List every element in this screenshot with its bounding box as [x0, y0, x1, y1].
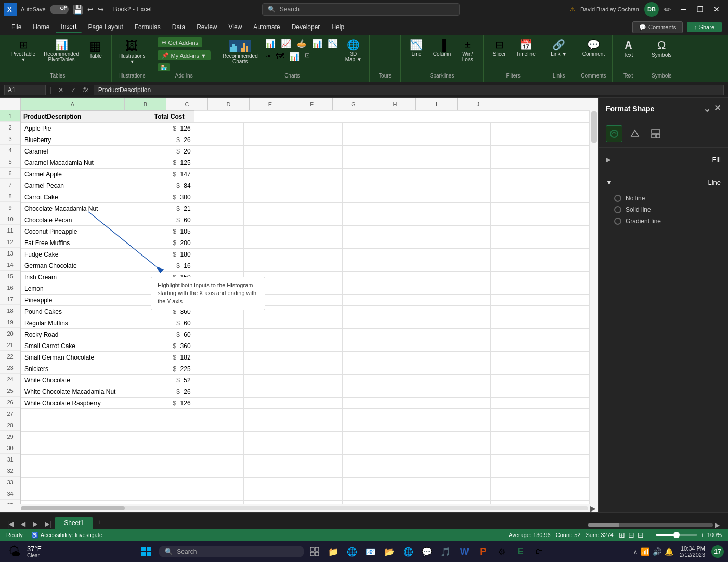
empty-cell[interactable]	[441, 203, 490, 214]
h-scroll-bar[interactable]	[588, 523, 713, 527]
3d-map-button[interactable]: 🌐 3DMap ▼	[342, 37, 365, 65]
empty-cell[interactable]	[293, 272, 342, 283]
row-num-14[interactable]: 14	[0, 259, 20, 271]
empty-cell[interactable]	[194, 260, 243, 272]
empty-cell[interactable]	[392, 226, 441, 237]
empty-cell[interactable]	[441, 226, 490, 237]
cell-cost[interactable]: $ 60	[145, 329, 194, 340]
empty-cell[interactable]	[194, 409, 243, 420]
empty-cell[interactable]	[392, 432, 441, 443]
empty-cell[interactable]	[293, 317, 342, 329]
add-sheet-button[interactable]: +	[94, 516, 106, 529]
empty-cell[interactable]	[293, 443, 342, 455]
column-chart-button[interactable]: 📊	[263, 37, 278, 49]
show-hidden-icons-button[interactable]: ∧	[633, 548, 638, 555]
empty-cell[interactable]	[243, 386, 293, 398]
empty-cell[interactable]	[293, 180, 342, 191]
empty-cell[interactable]	[293, 455, 342, 466]
empty-cell[interactable]	[145, 409, 194, 420]
empty-cell[interactable]	[392, 157, 441, 169]
empty-cell[interactable]	[490, 409, 540, 420]
cell-cost[interactable]: $ 16	[145, 260, 194, 272]
formula-input[interactable]: ProductDescription	[94, 85, 724, 95]
pivot-table-button[interactable]: ⊞ PivotTable▼	[8, 37, 38, 65]
empty-cell[interactable]	[342, 134, 392, 146]
row-num-31[interactable]: 31	[0, 454, 20, 465]
menu-insert[interactable]: Insert	[56, 21, 82, 33]
empty-cell[interactable]	[342, 443, 392, 455]
empty-cell[interactable]	[540, 260, 589, 272]
empty-cell[interactable]	[342, 306, 392, 317]
gradient-line-option[interactable]: Gradient line	[614, 215, 721, 227]
empty-cell[interactable]	[342, 283, 392, 295]
empty-cell[interactable]	[540, 146, 589, 157]
empty-cell[interactable]	[490, 306, 540, 317]
browser-icon[interactable]: 🌐	[400, 543, 417, 560]
gradient-line-radio[interactable]	[614, 218, 621, 225]
row-num-28[interactable]: 28	[0, 419, 20, 431]
notification-badge[interactable]: 17	[711, 545, 724, 558]
cell-cost[interactable]: $ 126	[145, 123, 194, 134]
row-num-35[interactable]: 35	[0, 500, 20, 504]
row-num-16[interactable]: 16	[0, 282, 20, 293]
link-button[interactable]: 🔗 Link ▼	[548, 37, 570, 59]
empty-cell[interactable]	[194, 466, 243, 478]
empty-cell[interactable]	[293, 169, 342, 180]
empty-cell[interactable]	[243, 432, 293, 443]
empty-cell[interactable]	[293, 249, 342, 260]
col-header-g[interactable]: G	[333, 98, 374, 110]
empty-cell[interactable]	[293, 226, 342, 237]
empty-cell[interactable]	[540, 157, 589, 169]
cell-cost[interactable]: $ 21	[145, 203, 194, 214]
cell-product[interactable]: Caramel	[21, 146, 145, 157]
scroll-end-button[interactable]: ▶	[715, 521, 720, 529]
menu-formulas[interactable]: Formulas	[129, 21, 166, 33]
share-button[interactable]: ↑ Share	[687, 22, 722, 32]
row-num-8[interactable]: 8	[0, 190, 20, 202]
expand-charts-button[interactable]: ⊡	[303, 50, 312, 62]
name-box[interactable]	[4, 85, 46, 95]
menu-help[interactable]: Help	[326, 21, 349, 33]
edit-icon[interactable]: ✏	[664, 5, 671, 15]
empty-cell[interactable]	[194, 249, 243, 260]
empty-cell[interactable]	[392, 363, 441, 375]
empty-cell[interactable]	[392, 455, 441, 466]
empty-cell[interactable]	[540, 489, 589, 501]
cell-product[interactable]: Chocolate Macadamia Nut	[21, 203, 145, 214]
cell-product[interactable]: Small Carrot Cake	[21, 340, 145, 352]
volume-icon[interactable]: 🔊	[653, 547, 661, 556]
empty-cell[interactable]	[540, 169, 589, 180]
user-avatar[interactable]: DB	[644, 2, 659, 17]
empty-cell[interactable]	[293, 237, 342, 249]
empty-cell[interactable]	[342, 352, 392, 363]
empty-cell[interactable]	[490, 340, 540, 352]
cell-product[interactable]: White Chocolate Raspberry	[21, 398, 145, 409]
col-header-j[interactable]: J	[458, 98, 499, 110]
empty-cell[interactable]	[490, 317, 540, 329]
empty-cell[interactable]	[441, 272, 490, 283]
empty-cell[interactable]	[194, 398, 243, 409]
row-num-2[interactable]: 2	[0, 122, 20, 133]
pivot-chart-button[interactable]: 📊	[287, 50, 302, 62]
empty-cell[interactable]	[342, 420, 392, 432]
scroll-thumb[interactable]	[591, 111, 597, 143]
empty-cell[interactable]	[441, 237, 490, 249]
empty-cell[interactable]	[392, 420, 441, 432]
area-chart-button[interactable]: 📉	[326, 37, 340, 49]
get-addins-button[interactable]: ⊕ Get Add-ins	[158, 37, 202, 47]
empty-cell[interactable]	[342, 466, 392, 478]
cell-cost[interactable]: $ 147	[145, 169, 194, 180]
cell-product[interactable]: Pound Cakes	[21, 306, 145, 317]
empty-cell[interactable]	[441, 340, 490, 352]
cell-cost[interactable]: $ 105	[145, 226, 194, 237]
my-addins-button[interactable]: 📌 My Add-ins ▼	[158, 50, 211, 60]
empty-cell[interactable]	[21, 409, 145, 420]
row-num-3[interactable]: 3	[0, 133, 20, 145]
cell-product[interactable]: Carmel Pecan	[21, 180, 145, 191]
empty-cell[interactable]	[392, 283, 441, 295]
empty-cell[interactable]	[293, 386, 342, 398]
empty-cell[interactable]	[342, 180, 392, 191]
empty-cell[interactable]	[293, 398, 342, 409]
empty-cell[interactable]	[441, 317, 490, 329]
cell-product[interactable]: Blueberry	[21, 134, 145, 146]
